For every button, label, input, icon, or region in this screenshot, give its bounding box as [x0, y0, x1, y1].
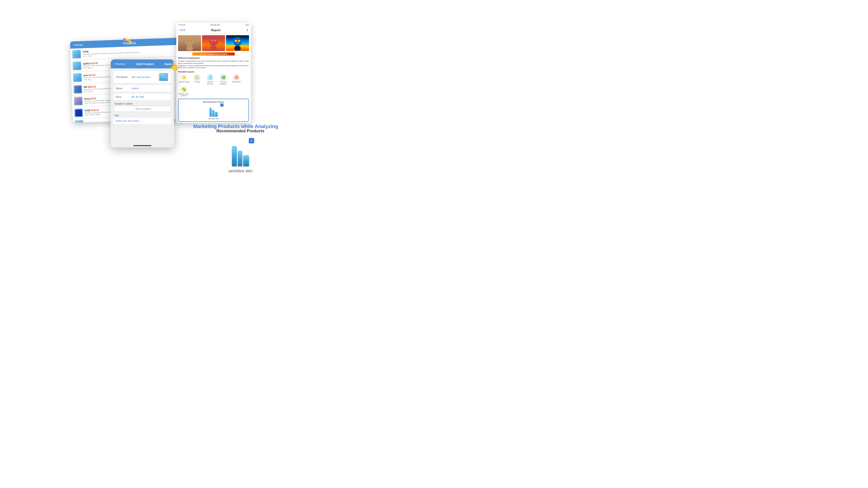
- product-thumb: [74, 97, 83, 105]
- cause-item-inflammation: 🔥 Inflammation: [230, 74, 242, 85]
- back-arrow-icon: ‹: [72, 43, 73, 46]
- check-badge-icon: ✓: [220, 103, 223, 106]
- status-bar: 下午2:46 7月10日 周二 96%: [176, 23, 251, 27]
- bottle-tall-icon: [210, 108, 212, 117]
- report-nav-bar: < RGB Report ⬆: [176, 27, 251, 33]
- product-thumb: [72, 61, 81, 70]
- price-field[interactable]: Price $9, 99, 999: [114, 94, 171, 100]
- severity-text: Severity compared to peers: 83.26%: [200, 53, 227, 55]
- reference-text: Condition: Telangiectasia is pronounced.…: [178, 60, 249, 69]
- svg-point-4: [210, 37, 218, 46]
- product-thumb: [74, 108, 83, 117]
- skincare-icon: 🧴: [207, 74, 213, 80]
- cause-label-climate: Climate change: [179, 81, 190, 83]
- product-bottles: [205, 104, 223, 117]
- add-symptom-btn[interactable]: + Add symptom: [114, 106, 171, 112]
- svg-point-11: [237, 42, 239, 44]
- report-back-btn[interactable]: < RGB: [179, 29, 185, 31]
- possible-causes-title: Possible Causes: [178, 71, 249, 73]
- causes-grid: ☀️ Climate change 🌤️ UV Rays 🧴 skincare …: [178, 74, 249, 97]
- form-title: Add Product: [136, 62, 154, 66]
- big-bottle-short-icon: [243, 155, 249, 166]
- svg-point-3: [190, 40, 192, 41]
- severity-bar: Severity compared to peers: 83.26%: [192, 53, 235, 56]
- symptom-section: Symptom added + Add symptom: [114, 102, 171, 112]
- svg-point-9: [235, 40, 237, 42]
- bottle-mid-icon: [212, 110, 214, 117]
- big-bottle-mid-icon: [238, 151, 242, 166]
- product-thumb: [73, 85, 82, 94]
- sensitive-skin-big-label: sensitive skin: [228, 169, 253, 173]
- svg-point-1: [186, 45, 193, 51]
- thumbnail-preview: [159, 73, 168, 81]
- phone-add-product-form: < Products Add Product Save Thumbnail sk…: [111, 59, 174, 148]
- svg-point-8: [234, 37, 242, 46]
- form-back-label: < Products: [114, 63, 125, 65]
- svg-point-2: [187, 40, 189, 41]
- marketing-text: Marketing Products while Analyzing: [193, 124, 278, 129]
- big-product-bottles: [232, 146, 249, 166]
- svg-point-10: [238, 40, 241, 42]
- recommended-section-title: Recommended Products: [216, 129, 265, 133]
- svg-point-0: [186, 37, 194, 46]
- home-indicator: [133, 145, 151, 146]
- price-value: $9, 99, 999: [131, 96, 169, 98]
- tips-value: Keep your skin clean......: [114, 118, 171, 124]
- share-icon[interactable]: ⬆: [246, 29, 249, 32]
- cause-label-bacillus: Bacillus acnes infection: [178, 93, 190, 97]
- uv-icon: 🌤️: [194, 74, 200, 80]
- cause-label-inflammation: Inflammation: [232, 81, 241, 83]
- tips-label: Tips: [114, 114, 171, 117]
- product-info: VYPE Symptom: Spot(Mild, Moderate, Sever…: [83, 47, 180, 57]
- svg-point-7: [210, 45, 217, 51]
- products-back-btn[interactable]: ‹ Settings: [72, 43, 83, 46]
- price-label: Price: [116, 96, 131, 98]
- product-thumb: [73, 73, 82, 82]
- form-header: < Products Add Product Save: [111, 59, 174, 68]
- status-date: 7月10日 周二: [210, 24, 221, 26]
- cause-item-skincare: 🧴 skincare products: [204, 74, 216, 85]
- big-product-image: ✓: [226, 137, 255, 166]
- tablet-report: 下午2:46 7月10日 周二 96% < RGB Report ⬆: [176, 23, 251, 123]
- name-value: meicet: [131, 87, 169, 90]
- status-time: 下午2:46: [178, 24, 185, 26]
- face-normal-img: [178, 35, 201, 51]
- thumbnail-field[interactable]: Thumbnail skin care product ›: [114, 71, 171, 83]
- cause-item-bacillus: 🦠 Bacillus acnes infection: [178, 86, 190, 97]
- cause-label-skincare: skincare products: [204, 81, 216, 85]
- big-bottle-tall-icon: [232, 146, 237, 166]
- inflammation-icon: 🔥: [233, 74, 240, 80]
- svg-point-12: [234, 45, 241, 51]
- thumbnail-value: skin care product: [131, 76, 159, 78]
- form-body: Thumbnail skin care product › Name meice…: [111, 68, 174, 148]
- recommended-box: Recommended Products ✓ sensitive skin: [178, 99, 249, 122]
- sun-icon: ☀️: [181, 74, 187, 80]
- chevron-right-icon: ›: [168, 75, 169, 79]
- status-battery: 96%: [245, 24, 249, 26]
- face-thermal-img: [226, 35, 249, 51]
- finger-cursor-icon: 👆: [169, 62, 179, 71]
- name-label: Name: [116, 87, 131, 90]
- thumbnail-label: Thumbnail: [116, 76, 131, 78]
- svg-point-6: [214, 39, 216, 41]
- product-thumb: [72, 50, 81, 59]
- report-back-label: < RGB: [179, 29, 185, 31]
- symptom-label: Symptom added: [114, 102, 171, 105]
- cause-label-uv: UV Rays: [194, 81, 200, 83]
- report-title: Report: [211, 28, 221, 32]
- cause-item-climate: ☀️ Climate change: [178, 74, 190, 85]
- form-back-btn[interactable]: < Products: [114, 63, 125, 65]
- cause-item-flora: 🌿 Skin flora imbalance: [217, 74, 229, 85]
- name-field[interactable]: Name meicet: [114, 85, 171, 92]
- cause-label-flora: Skin flora imbalance: [217, 81, 229, 85]
- sensitive-skin-label: sensitive skin: [180, 118, 247, 120]
- reference-title: Reference Explanation: [178, 57, 249, 59]
- flora-icon: 🌿: [220, 74, 226, 80]
- product-thumb: [74, 120, 83, 123]
- big-check-badge-icon: ✓: [249, 138, 254, 143]
- severity-bar-container: Severity compared to peers: 83.26%: [178, 53, 249, 56]
- report-content: Severity compared to peers: 83.26% Refer…: [176, 33, 251, 123]
- face-images: [178, 35, 249, 51]
- recommended-box-title: Recommended Products: [180, 101, 247, 103]
- recommended-section: Recommended Products ✓ sensitive skin: [216, 129, 265, 173]
